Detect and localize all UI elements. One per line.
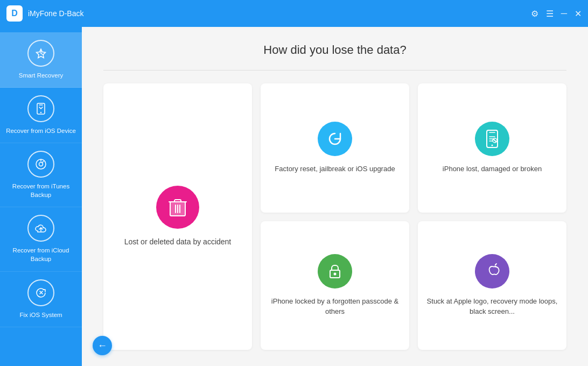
card-lost-deleted[interactable]: Lost or deleted data by accident bbox=[103, 83, 252, 350]
card-label-lost-deleted: Lost or deleted data by accident bbox=[124, 236, 231, 248]
cards-grid: Lost or deleted data by accident Factory… bbox=[103, 83, 566, 350]
icloud-icon bbox=[27, 215, 54, 242]
svg-point-21 bbox=[334, 272, 337, 275]
card-stuck-apple[interactable]: Stuck at Apple logo, recovery mode loops… bbox=[418, 221, 566, 350]
close-icon[interactable]: ✕ bbox=[575, 9, 582, 19]
sidebar-label-ios-device: Recover from iOS Device bbox=[6, 126, 76, 135]
iphone-locked-icon bbox=[318, 254, 352, 288]
sidebar-label-fix-ios: Fix iOS System bbox=[19, 311, 62, 319]
minimize-icon[interactable]: ─ bbox=[561, 9, 567, 18]
stuck-apple-icon bbox=[475, 254, 509, 288]
sidebar-item-fix-ios[interactable]: Fix iOS System bbox=[0, 272, 82, 327]
content-area: How did you lose the data? Lost or delet… bbox=[82, 27, 588, 366]
sidebar-label-smart-recovery: Smart Recovery bbox=[19, 71, 63, 80]
window-controls: ⚙ ☰ ─ ✕ bbox=[531, 9, 582, 19]
sidebar-item-ios-device[interactable]: Recover from iOS Device bbox=[0, 88, 82, 143]
page-title: How did you lose the data? bbox=[103, 43, 566, 57]
smart-recovery-icon bbox=[27, 40, 54, 67]
titlebar: D iMyFone D-Back ⚙ ☰ ─ ✕ bbox=[0, 0, 588, 27]
svg-line-6 bbox=[43, 161, 44, 163]
divider bbox=[103, 70, 566, 71]
card-iphone-locked[interactable]: iPhone locked by a forgotten passcode & … bbox=[261, 221, 409, 350]
sidebar-label-icloud-backup: Recover from iCloud Backup bbox=[4, 246, 78, 263]
lost-deleted-icon bbox=[156, 186, 199, 229]
card-label-stuck-apple: Stuck at Apple logo, recovery mode loops… bbox=[426, 296, 558, 317]
sidebar-item-smart-recovery[interactable]: Smart Recovery bbox=[0, 32, 82, 88]
iphone-lost-icon bbox=[475, 122, 509, 156]
sidebar-item-itunes-backup[interactable]: Recover from iTunes Backup bbox=[0, 143, 82, 207]
card-label-factory-reset: Factory reset, jailbreak or iOS upgrade bbox=[275, 164, 395, 174]
card-iphone-lost[interactable]: iPhone lost, damaged or broken bbox=[418, 83, 566, 213]
itunes-icon bbox=[27, 151, 54, 178]
settings-icon[interactable]: ⚙ bbox=[531, 9, 538, 19]
app-title: iMyFone D-Back bbox=[28, 9, 531, 18]
fix-ios-icon bbox=[27, 279, 54, 306]
svg-point-2 bbox=[40, 112, 41, 113]
card-label-iphone-locked: iPhone locked by a forgotten passcode & … bbox=[269, 296, 401, 317]
back-button[interactable]: ← bbox=[93, 336, 112, 355]
svg-point-4 bbox=[39, 163, 43, 166]
card-factory-reset[interactable]: Factory reset, jailbreak or iOS upgrade bbox=[261, 83, 409, 213]
card-label-iphone-lost: iPhone lost, damaged or broken bbox=[443, 164, 542, 174]
ios-device-icon bbox=[27, 95, 54, 122]
sidebar-item-icloud-backup[interactable]: Recover from iCloud Backup bbox=[0, 207, 82, 271]
app-logo: D bbox=[6, 5, 23, 22]
sidebar: Smart Recovery Recover from iOS Device bbox=[0, 27, 82, 366]
menu-icon[interactable]: ☰ bbox=[546, 9, 554, 19]
sidebar-label-itunes-backup: Recover from iTunes Backup bbox=[4, 182, 78, 199]
factory-reset-icon bbox=[318, 122, 352, 156]
main-layout: Smart Recovery Recover from iOS Device bbox=[0, 27, 588, 366]
svg-point-15 bbox=[492, 145, 493, 146]
